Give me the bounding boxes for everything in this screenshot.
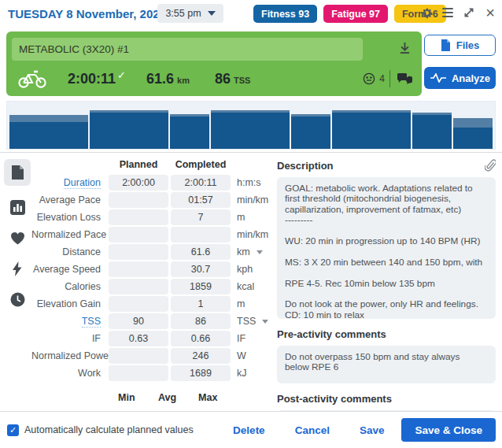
pre-activity-textarea[interactable]: Do not overpass 150 bpm and stay always … bbox=[277, 346, 496, 383]
document-icon bbox=[12, 165, 24, 180]
feel-smiley-icon[interactable] bbox=[363, 72, 375, 85]
metric-row: Normalized Pacemin/km bbox=[31, 227, 272, 243]
analyze-button[interactable]: Analyze bbox=[424, 67, 496, 89]
completed-input[interactable]: 7 bbox=[171, 209, 231, 225]
metric-unit: km bbox=[237, 246, 250, 257]
planned-input[interactable] bbox=[109, 365, 168, 381]
workout-graph[interactable] bbox=[6, 101, 496, 150]
tab-time[interactable] bbox=[4, 286, 31, 313]
planned-input[interactable]: 90 bbox=[109, 313, 168, 329]
metric-label: Distance bbox=[31, 246, 106, 257]
workout-segment-cooldown bbox=[453, 118, 493, 149]
completed-input[interactable]: 61.6 bbox=[171, 244, 231, 260]
unit-dropdown-icon[interactable] bbox=[257, 250, 263, 254]
tss-value: 86 bbox=[215, 71, 231, 87]
metric-label[interactable]: Duration bbox=[31, 177, 106, 188]
metric-unit: kph bbox=[237, 264, 253, 275]
metric-unit: kJ bbox=[237, 368, 247, 379]
time-value: 3:55 pm bbox=[165, 8, 201, 19]
segment-body bbox=[90, 113, 168, 149]
menu-icon[interactable] bbox=[441, 6, 455, 20]
download-icon[interactable] bbox=[399, 42, 411, 54]
auto-calc-checkbox[interactable]: ✓ bbox=[7, 424, 19, 436]
metric-label: Elevation Loss bbox=[31, 212, 106, 223]
completed-input[interactable]: 01:57 bbox=[171, 192, 231, 208]
completed-input[interactable] bbox=[171, 227, 231, 243]
planned-input[interactable] bbox=[109, 261, 168, 277]
planned-input[interactable] bbox=[109, 348, 168, 364]
planned-input[interactable] bbox=[109, 296, 168, 312]
paperclip-icon[interactable] bbox=[485, 159, 496, 172]
metric-row: Distance61.6km bbox=[31, 244, 272, 260]
clock-icon bbox=[10, 292, 25, 307]
planned-input[interactable] bbox=[109, 209, 168, 225]
planned-input[interactable]: 2:00:00 bbox=[109, 175, 168, 191]
metric-label: IF bbox=[31, 333, 106, 344]
chevron-down-icon bbox=[208, 11, 216, 16]
save-button[interactable]: Save bbox=[360, 424, 385, 436]
tab-notes[interactable] bbox=[4, 159, 31, 186]
close-icon[interactable]: × bbox=[483, 6, 497, 20]
metric-label[interactable]: TSS bbox=[31, 316, 106, 327]
planned-input[interactable] bbox=[109, 244, 168, 260]
tab-power[interactable] bbox=[4, 255, 31, 282]
completed-input[interactable]: 2:00:11 bbox=[171, 175, 231, 191]
metric-label: Calories bbox=[31, 281, 106, 292]
status-badge[interactable]: Fitness 93 bbox=[253, 5, 317, 23]
comments-panel: Description GOAL: metabolic work. Adapta… bbox=[277, 159, 496, 437]
bar-chart-icon bbox=[10, 200, 25, 215]
metric-unit: kcal bbox=[237, 281, 254, 292]
footer-bar: ✓ Automatically calculate planned values… bbox=[0, 411, 502, 448]
planned-input[interactable] bbox=[109, 227, 168, 243]
description-textarea[interactable]: GOAL: metabolic work. Adaptations relate… bbox=[277, 177, 496, 319]
metric-row: Calories1859kcal bbox=[31, 279, 272, 294]
workout-segment-recovery-3 bbox=[412, 113, 452, 149]
workout-segment-recovery-1 bbox=[170, 114, 209, 149]
workout-stats-row: 2:00:11 ✓ 61.6 km 86 TSS 4 bbox=[6, 63, 422, 94]
files-button[interactable]: Files bbox=[424, 35, 496, 56]
segment-body bbox=[412, 115, 452, 149]
workout-title-input[interactable]: METABOLIC (3X20) #1 bbox=[12, 38, 363, 61]
gear-icon[interactable] bbox=[419, 6, 434, 20]
metric-row: IF0.630.66IF bbox=[31, 331, 272, 346]
metric-row: Duration2:00:002:00:11h:m:s bbox=[31, 175, 272, 191]
sidebar-rail bbox=[3, 159, 31, 313]
unit-dropdown-icon[interactable] bbox=[262, 320, 268, 324]
segment-body bbox=[9, 122, 88, 149]
expand-icon[interactable] bbox=[462, 6, 476, 20]
save-close-button[interactable]: Save & Close bbox=[401, 418, 496, 442]
metric-row: Elevation Loss7m bbox=[31, 209, 272, 225]
side-buttons: Files Analyze bbox=[424, 35, 496, 89]
waveform-icon bbox=[430, 73, 447, 83]
completed-input[interactable]: 246 bbox=[171, 348, 231, 364]
tss-unit: TSS bbox=[234, 76, 250, 85]
metric-unit: h:m:s bbox=[237, 177, 261, 188]
metric-unit: min/km bbox=[237, 194, 268, 205]
metric-row: Average Pace01:57min/km bbox=[31, 192, 272, 208]
completed-input[interactable]: 1689 bbox=[171, 365, 231, 381]
bike-icon bbox=[17, 68, 47, 89]
file-icon bbox=[441, 39, 451, 51]
distance-value: 61.6 bbox=[146, 71, 174, 87]
completed-input[interactable]: 30.7 bbox=[171, 261, 231, 277]
completed-input[interactable]: 1859 bbox=[171, 279, 231, 294]
tab-summary[interactable] bbox=[4, 194, 31, 220]
cancel-button[interactable]: Cancel bbox=[295, 424, 330, 436]
tab-heart-rate[interactable] bbox=[4, 224, 31, 251]
metric-badges: Fitness 93Fatigue 97Form -6 bbox=[253, 5, 446, 23]
comments-icon[interactable] bbox=[397, 72, 412, 86]
date-title[interactable]: TUESDAY 8 November, 2022 bbox=[8, 7, 166, 20]
time-select[interactable]: 3:55 pm bbox=[157, 4, 223, 23]
completed-input[interactable]: 86 bbox=[171, 313, 231, 329]
planned-input[interactable] bbox=[109, 279, 168, 294]
completed-input[interactable]: 1 bbox=[171, 296, 231, 312]
completed-input[interactable]: 0.66 bbox=[171, 331, 231, 346]
planned-input[interactable]: 0.63 bbox=[109, 331, 168, 346]
metrics-header-row: Planned Completed bbox=[31, 159, 272, 170]
status-badge[interactable]: Fatigue 97 bbox=[323, 5, 388, 23]
planned-input[interactable] bbox=[109, 192, 168, 208]
topbar: TUESDAY 8 November, 2022 3:55 pm Fitness… bbox=[0, 0, 502, 28]
metrics-table: Planned Completed Duration2:00:002:00:11… bbox=[31, 159, 272, 403]
workout-segment-warmup bbox=[9, 115, 88, 149]
delete-button[interactable]: Delete bbox=[233, 424, 265, 436]
